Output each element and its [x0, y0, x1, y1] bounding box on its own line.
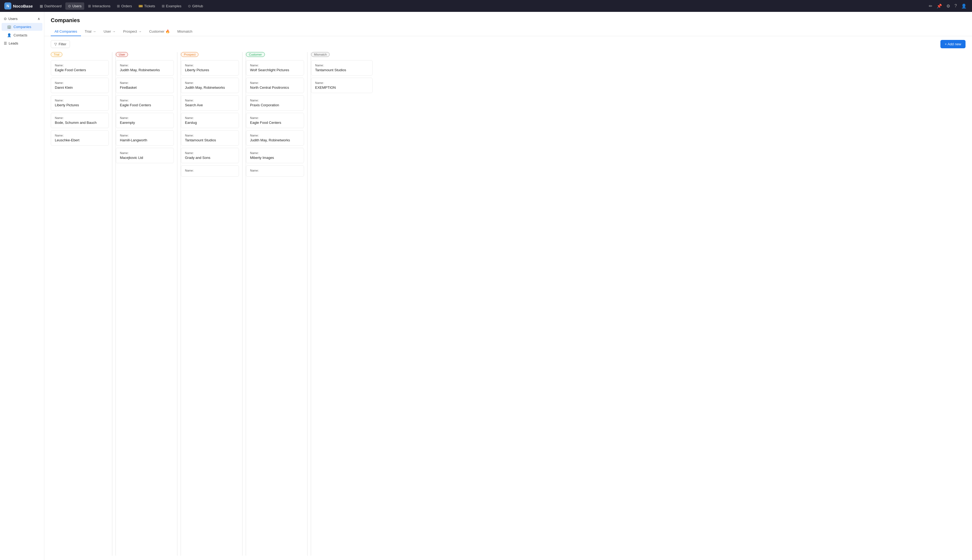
pin-icon[interactable]: 📌 — [935, 2, 943, 10]
kanban-card[interactable]: Name :Tantamount Studios — [181, 130, 239, 146]
card-field-label: Name : — [120, 81, 170, 85]
sidebar-section-users-label: Users — [8, 17, 18, 21]
tab-prospect-arrow: → — [138, 29, 142, 33]
card-field-label: Name : — [185, 169, 235, 172]
filter-button[interactable]: ▽ Filter — [51, 40, 70, 48]
kanban-card[interactable]: Name : — [181, 165, 239, 177]
kanban-card[interactable]: Name :Earempty — [116, 113, 174, 128]
pencil-icon[interactable]: ✏ — [928, 2, 934, 10]
nav-github[interactable]: ⊙ GitHub — [185, 2, 206, 10]
kanban-card[interactable]: Name :Tantamount Studios — [311, 60, 373, 75]
logo[interactable]: N NocoBase — [4, 2, 33, 10]
tab-customer-fire-icon: 🔥 — [166, 29, 170, 33]
kanban-card[interactable]: Name :Liberty Pictures — [181, 60, 239, 75]
nav-tickets-label: Tickets — [144, 4, 155, 8]
kanban-card[interactable]: Name :Search Ave — [181, 95, 239, 111]
top-nav: N NocoBase ▦ Dashboard ⊙ Users ⊞ Interac… — [0, 0, 972, 12]
sidebar-section-leads[interactable]: ☰ Leads — [0, 40, 44, 47]
kanban-card[interactable]: Name :Leuschke-Ebert — [51, 130, 109, 146]
tab-prospect[interactable]: Prospect → — [119, 27, 145, 36]
github-icon: ⊙ — [188, 4, 191, 8]
toolbar: ▽ Filter + Add new — [44, 36, 972, 52]
card-field-value: Eagle Food Centers — [250, 121, 300, 125]
nav-dashboard[interactable]: ▦ Dashboard — [37, 2, 64, 10]
nav-github-label: GitHub — [192, 4, 203, 8]
dashboard-icon: ▦ — [40, 4, 43, 8]
card-field-label: Name : — [250, 81, 300, 85]
card-field-value: Bode, Schumm and Bauch — [55, 121, 105, 125]
kanban-card[interactable]: Name :Eagle Food Centers — [116, 95, 174, 111]
add-new-button[interactable]: + Add new — [940, 40, 965, 48]
tab-user-label: User — [104, 29, 111, 33]
card-field-value: Hamill-Langworth — [120, 138, 170, 142]
tab-mismatch-label: Mismatch — [177, 29, 192, 33]
sidebar-section-leads-label: Leads — [8, 41, 18, 45]
col-badge-user: User — [116, 52, 128, 57]
tabs-bar: All Companies Trial → User → Prospect → … — [44, 27, 972, 36]
kanban-card[interactable]: Name :Miberty Images — [246, 148, 304, 163]
tab-mismatch[interactable]: Mismatch — [174, 27, 196, 36]
card-field-label: Name : — [250, 151, 300, 155]
card-field-label: Name : — [315, 81, 368, 85]
card-field-label: Name : — [120, 134, 170, 137]
sidebar-companies-label: Companies — [13, 25, 31, 29]
kanban-col-trial: TrialName :Eagle Food CentersName :Danni… — [51, 52, 115, 556]
kanban-card[interactable]: Name : — [246, 165, 304, 177]
tickets-icon: 🎫 — [139, 4, 143, 8]
kanban-card[interactable]: Name :Wolf Searchlight Pictures — [246, 60, 304, 75]
card-field-label: Name : — [185, 151, 235, 155]
settings-icon[interactable]: ⚙ — [945, 2, 951, 10]
card-field-value: Tantamount Studios — [185, 138, 235, 142]
kanban-cards-prospect: Name :Liberty PicturesName :Judith May, … — [181, 60, 239, 556]
card-field-label: Name : — [185, 99, 235, 102]
nav-users[interactable]: ⊙ Users — [65, 2, 84, 10]
kanban-card[interactable]: Name :Judith May, Robinetworks — [246, 130, 304, 146]
card-field-value: EXEMPTION — [315, 85, 368, 90]
kanban-card[interactable]: Name :Praxis Corporation — [246, 95, 304, 111]
nav-orders[interactable]: ⊞ Orders — [114, 2, 135, 10]
kanban-card[interactable]: Name :Grady and Sons — [181, 148, 239, 163]
kanban-card[interactable]: Name :Macejkovic Ltd — [116, 148, 174, 163]
tab-trial[interactable]: Trial → — [81, 27, 100, 36]
tab-user[interactable]: User → — [100, 27, 119, 36]
card-field-value: Liberty Pictures — [55, 103, 105, 107]
kanban-card[interactable]: Name :EXEMPTION — [311, 78, 373, 93]
nav-examples[interactable]: ⊞ Examples — [159, 2, 184, 10]
kanban-card[interactable]: Name :Eagle Food Centers — [246, 113, 304, 128]
kanban-card[interactable]: Name :Danni Klein — [51, 78, 109, 93]
kanban-card[interactable]: Name :North Central Positronics — [246, 78, 304, 93]
sidebar-item-contacts[interactable]: 👤 Contacts — [2, 31, 42, 39]
kanban-card[interactable]: Name :Eagle Food Centers — [51, 60, 109, 75]
kanban-card[interactable]: Name :Liberty Pictures — [51, 95, 109, 111]
filter-icon: ▽ — [54, 42, 57, 46]
card-field-label: Name : — [55, 99, 105, 102]
tab-user-arrow: → — [112, 29, 115, 33]
kanban-card[interactable]: Name :Bode, Schumm and Bauch — [51, 113, 109, 128]
card-field-value: Miberty Images — [250, 156, 300, 160]
nav-interactions[interactable]: ⊞ Interactions — [85, 2, 113, 10]
kanban-card[interactable]: Name :Hamill-Langworth — [116, 130, 174, 146]
top-nav-right: ✏ 📌 ⚙ ? 👤 — [928, 2, 968, 10]
kanban-col-customer: CustomerName :Wolf Searchlight PicturesN… — [246, 52, 311, 556]
col-badge-trial: Trial — [51, 52, 62, 57]
card-field-label: Name : — [185, 134, 235, 137]
card-field-label: Name : — [250, 169, 300, 172]
card-field-label: Name : — [185, 64, 235, 67]
kanban-card[interactable]: Name :Earslug — [181, 113, 239, 128]
help-icon[interactable]: ? — [954, 2, 958, 10]
kanban-card[interactable]: Name :Judith May, Robinetworks — [181, 78, 239, 93]
interactions-icon: ⊞ — [88, 4, 91, 8]
tab-all-companies[interactable]: All Companies — [51, 27, 81, 36]
kanban-card[interactable]: Name :Judith May, Robinetworks — [116, 60, 174, 75]
card-field-value: North Central Positronics — [250, 85, 300, 90]
nav-tickets[interactable]: 🎫 Tickets — [136, 2, 158, 10]
sidebar-section-users[interactable]: ⊙ Users ∧ — [0, 15, 44, 22]
sidebar-item-companies[interactable]: 🏢 Companies — [2, 23, 42, 31]
user-icon[interactable]: 👤 — [960, 2, 968, 10]
kanban-card[interactable]: Name :FireBasket — [116, 78, 174, 93]
card-field-label: Name : — [120, 64, 170, 67]
tab-customer[interactable]: Customer 🔥 — [145, 27, 173, 36]
nav-interactions-label: Interactions — [92, 4, 110, 8]
card-field-value: Wolf Searchlight Pictures — [250, 68, 300, 72]
page-title: Companies — [51, 17, 965, 23]
